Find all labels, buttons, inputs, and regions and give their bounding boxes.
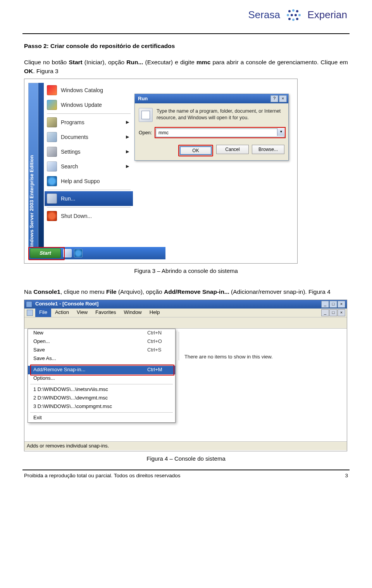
documents-icon <box>47 132 57 142</box>
menu-file[interactable]: File <box>35 308 51 317</box>
menu-help[interactable]: Help <box>146 308 164 317</box>
screenshot-mmc-console: Console1 - [Console Root] _ □ × File Act… <box>24 300 347 451</box>
run-ok-button[interactable]: OK <box>179 146 212 155</box>
mdi-app-icon <box>27 310 33 316</box>
start-menu-item[interactable]: Search▶ <box>45 159 133 174</box>
search-icon <box>47 161 57 171</box>
footer-copyright: Proibida a reprodução total ou parcial. … <box>24 473 180 478</box>
file-menu-item-add-remove-snapin[interactable]: Add/Remove Snap-in...Ctrl+M <box>28 366 175 374</box>
run-browse-button[interactable]: Browse... <box>252 145 284 154</box>
menu-favorites[interactable]: Favorites <box>91 308 120 317</box>
page-number: 3 <box>345 473 348 478</box>
logo-serasa: Serasa <box>248 9 280 21</box>
start-menu-banner <box>38 83 44 255</box>
window-minimize-button[interactable]: _ <box>321 301 329 308</box>
submenu-arrow-icon: ▶ <box>126 163 133 170</box>
run-description: Type the name of a program, folder, docu… <box>157 108 284 122</box>
figure-caption-3: Figura 3 – Abrindo a console do sistema <box>24 267 348 275</box>
file-menu-item[interactable]: SaveCtrl+S <box>28 346 175 355</box>
logo-experian: Experian <box>307 9 347 21</box>
submenu-arrow-icon: ▶ <box>126 134 133 140</box>
menu-separator <box>30 384 173 384</box>
run-open-input[interactable] <box>156 129 284 137</box>
menu-view[interactable]: View <box>73 308 91 317</box>
mdi-minimize-button[interactable]: _ <box>321 309 329 316</box>
mmc-app-icon <box>26 301 32 307</box>
highlight-open-field: ▾ <box>155 127 286 138</box>
menu-separator <box>47 113 131 114</box>
mmc-content-pane: There are no items to show in this view. <box>179 332 344 361</box>
footer-divider <box>22 470 350 470</box>
start-button[interactable]: Start <box>30 248 61 258</box>
figure-caption-4: Figura 4 – Console do sistema <box>24 454 348 463</box>
start-menu-item-run[interactable]: Run... <box>45 191 133 206</box>
shutdown-icon <box>47 211 57 221</box>
start-menu-banner-label: Windows Server 2003 Enterprise Edition <box>28 155 36 252</box>
start-menu-item[interactable]: Programs▶ <box>45 115 133 130</box>
page-footer: Proibida a reprodução total ou parcial. … <box>0 473 372 486</box>
logo-dots-icon <box>285 9 302 22</box>
start-menu-item[interactable]: Settings▶ <box>45 144 133 159</box>
run-help-button[interactable]: ? <box>270 95 278 102</box>
submenu-arrow-icon: ▶ <box>126 119 133 125</box>
file-menu-dropdown: NewCtrl+N Open...Ctrl+O SaveCtrl+S Save … <box>28 329 176 423</box>
taskbar-ie-icon[interactable] <box>74 249 83 257</box>
menu-separator <box>30 412 173 413</box>
run-open-dropdown[interactable]: ▾ <box>277 128 284 136</box>
mmc-toolbar <box>24 317 347 329</box>
menu-separator <box>47 190 131 190</box>
submenu-arrow-icon: ▶ <box>126 149 133 155</box>
menu-action[interactable]: Action <box>51 308 73 317</box>
paragraph-1: Clique no botão Start (Iniciar), opção R… <box>24 58 348 75</box>
file-menu-item-exit[interactable]: Exit <box>28 414 175 422</box>
run-title: Run <box>136 95 148 103</box>
menu-separator <box>47 207 131 207</box>
highlight-ok: OK <box>178 145 213 156</box>
mdi-close-button[interactable]: × <box>338 309 345 316</box>
start-menu-item[interactable]: Help and Suppo <box>45 174 133 189</box>
file-menu-item[interactable]: NewCtrl+N <box>28 329 175 338</box>
run-app-icon <box>139 108 153 122</box>
settings-icon <box>47 147 57 157</box>
run-icon <box>47 194 57 204</box>
run-titlebar[interactable]: Run ? × <box>135 94 288 103</box>
file-menu-item[interactable]: Open...Ctrl+O <box>28 338 175 346</box>
file-menu-recent-item[interactable]: 1 D:\WINDOWS\...\inetsrv\iis.msc <box>28 386 175 394</box>
menu-separator <box>30 364 173 365</box>
help-icon <box>47 176 57 186</box>
file-menu-recent-item[interactable]: 2 D:\WINDOWS\...\devmgmt.msc <box>28 394 175 403</box>
screenshot-run-dialog: Windows Server 2003 Enterprise Edition W… <box>24 79 298 264</box>
start-menu-item[interactable]: Documents▶ <box>45 130 133 144</box>
section-heading: Passo 2: Criar console do repositório de… <box>24 42 348 50</box>
start-menu-item[interactable]: Windows Update <box>45 98 133 112</box>
start-menu-item[interactable]: Shut Down... <box>45 209 133 223</box>
run-dialog: Run ? × Type the name of a program, fold… <box>134 94 289 161</box>
file-menu-recent-item[interactable]: 3 D:\WINDOWS\...\compmgmt.msc <box>28 403 175 411</box>
windows-update-icon <box>47 100 57 110</box>
run-close-button[interactable]: × <box>279 95 287 102</box>
start-menu: Windows Catalog Windows Update Programs▶… <box>45 83 133 223</box>
taskbar: Start <box>28 247 165 259</box>
windows-catalog-icon <box>47 85 57 95</box>
paragraph-2: Na Console1, clique no menu File (Arquiv… <box>24 288 348 296</box>
start-menu-item[interactable]: Windows Catalog <box>45 83 133 98</box>
run-cancel-button[interactable]: Cancel <box>216 145 249 154</box>
mmc-status-bar: Adds or removes individual snap-ins. <box>24 441 347 450</box>
window-close-button[interactable]: × <box>338 301 345 308</box>
taskbar-desktop-icon[interactable] <box>63 249 72 257</box>
file-menu-item[interactable]: Save As... <box>28 355 175 363</box>
mdi-maximize-button[interactable]: □ <box>329 309 337 316</box>
page-header: Serasa Experian <box>0 0 372 33</box>
menu-window[interactable]: Window <box>120 308 146 317</box>
programs-icon <box>47 117 57 127</box>
mmc-menubar: File Action View Favorites Window Help _… <box>24 309 347 317</box>
file-menu-item[interactable]: Options... <box>28 374 175 383</box>
brand-logo: Serasa Experian <box>248 9 347 22</box>
mmc-title-text: Console1 - [Console Root] <box>35 300 98 308</box>
window-maximize-button[interactable]: □ <box>329 301 337 308</box>
mmc-titlebar[interactable]: Console1 - [Console Root] _ □ × <box>24 300 347 309</box>
run-open-label: Open: <box>139 129 152 136</box>
